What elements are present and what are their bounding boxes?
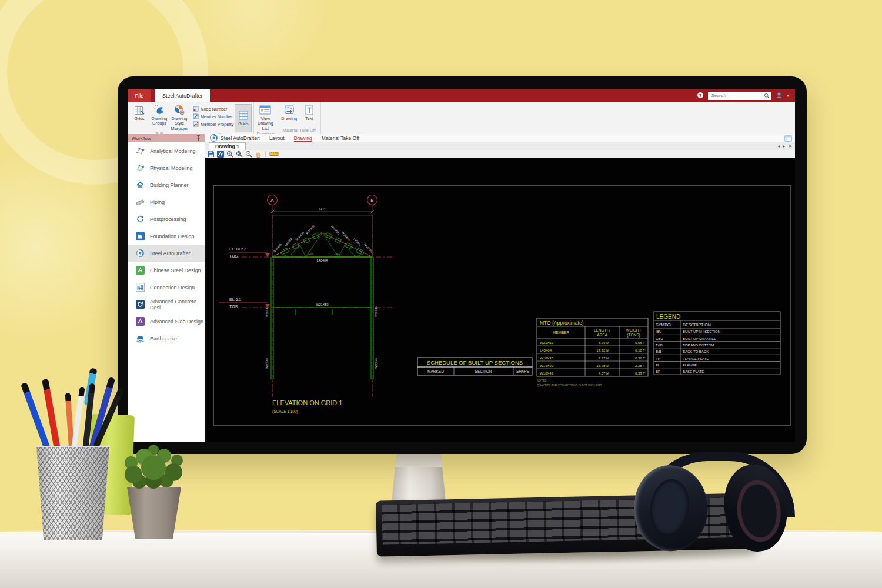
search-magnifier-icon[interactable] <box>764 91 770 101</box>
sidebar-item-piping[interactable]: Piping <box>128 193 205 211</box>
svg-text:W21X50: W21X50 <box>540 341 554 345</box>
sidebar-item-label: Advanced Concrete Desi... <box>150 299 205 310</box>
ribbon-button-member-property[interactable]: Member Property <box>193 121 233 128</box>
svg-text:WEIGHT: WEIGHT <box>626 328 642 332</box>
svg-text:TOS: TOS <box>229 254 238 258</box>
file-menu-tab[interactable]: File <box>128 89 151 102</box>
zoom-out-button[interactable] <box>245 151 252 158</box>
window-layout-icon[interactable] <box>784 135 792 142</box>
ribbon-group-edit: GridsDrawing GroupsDrawing Style Manager… <box>128 102 191 134</box>
postprocessing-icon <box>136 215 145 223</box>
svg-text:BP: BP <box>656 370 660 373</box>
advanced-slab-design-icon <box>136 317 145 326</box>
ribbon-button-grids[interactable]: Grids <box>130 103 149 121</box>
sidebar-item-steel-autodrafter[interactable]: Steel AutoDrafter <box>128 245 205 262</box>
wall-glow-decor-2 <box>176 0 329 82</box>
view-link-drawing[interactable]: Drawing <box>294 135 312 142</box>
ribbon-button-drawing[interactable]: Drawing <box>280 103 299 121</box>
svg-text:W18X35: W18X35 <box>540 356 554 360</box>
view-link-layout[interactable]: Layout <box>269 135 285 142</box>
svg-text:W10X49: W10X49 <box>266 358 269 369</box>
search-input[interactable] <box>710 92 764 99</box>
sidebar-item-earthquake[interactable]: Earthquake <box>128 330 205 347</box>
sidebar-item-analytical-modeling[interactable]: Analytical Modeling <box>128 142 205 159</box>
zoom-in-button[interactable] <box>226 151 233 158</box>
ribbon-button-drawing-style-manager[interactable]: Drawing Style Manager <box>170 103 189 131</box>
sidebar-item-label: Steel AutoDrafter <box>150 250 191 256</box>
svg-text:2264: 2264 <box>334 252 340 255</box>
workflow-panel: Workflow Analytical ModelingPhysical Mod… <box>128 134 205 442</box>
svg-text:4.57 M: 4.57 M <box>599 372 609 375</box>
svg-text:EL:10.67: EL:10.67 <box>229 247 246 251</box>
sidebar-item-postprocessing[interactable]: Postprocessing <box>128 211 205 228</box>
svg-text:B/B: B/B <box>656 350 662 353</box>
svg-text:0.66 T: 0.66 T <box>635 341 645 345</box>
workflow-panel-title: Workflow <box>132 136 151 141</box>
sidebar-item-label: Advanced Slab Design <box>150 319 203 325</box>
ribbon-button-view-drawing-list[interactable]: View Drawing List <box>256 103 275 131</box>
physical-modeling-icon <box>136 163 145 172</box>
pin-icon[interactable] <box>196 135 201 142</box>
sidebar-item-building-planner[interactable]: Building Planner <box>128 176 205 193</box>
tab-prev-button[interactable]: ◂ <box>777 143 780 149</box>
ribbon-tab-steel-autodrafter[interactable]: Steel AutoDrafter <box>155 89 210 102</box>
ribbon: GridsDrawing GroupsDrawing Style Manager… <box>128 102 795 135</box>
svg-text:W10X49: W10X49 <box>266 306 269 317</box>
pan-button[interactable] <box>255 151 262 158</box>
svg-text:W10X49: W10X49 <box>375 306 378 317</box>
document-app-label: Steel AutoDrafter: <box>209 133 260 143</box>
connection-design-icon <box>136 283 145 292</box>
sidebar-item-label: Connection Design <box>150 285 195 290</box>
svg-text:SHAPE: SHAPE <box>516 369 530 373</box>
svg-text:FLANGE PLATE: FLANGE PLATE <box>683 357 709 360</box>
scene: { "window": { "file_tab": "File", "activ… <box>0 0 882 588</box>
ribbon-button-member-number[interactable]: Member Number <box>193 113 233 120</box>
sidebar-item-label: Chinese Steel Design <box>150 268 201 273</box>
advanced-concrete-desi-icon <box>136 300 145 309</box>
svg-text:T&B: T&B <box>656 343 663 347</box>
user-account-icon[interactable] <box>776 91 783 101</box>
zoom-window-button[interactable] <box>236 151 243 158</box>
sidebar-item-advanced-concrete-desi[interactable]: Advanced Concrete Desi... <box>128 296 205 313</box>
drawing-canvas[interactable]: AB6144W18X35L40404W18X35W14X90W14X90W18X… <box>207 158 795 442</box>
sidebar-item-label: Piping <box>150 199 165 205</box>
ribbon-button-text[interactable]: Text <box>300 103 319 121</box>
svg-text:B: B <box>370 198 373 203</box>
ribbon-group-material-take-off: DrawingTextMaterial Take Off <box>278 102 321 134</box>
sidebar-item-label: Earthquake <box>150 336 177 342</box>
sidebar-item-foundation-design[interactable]: Foundation Design <box>128 228 205 245</box>
tab-close-button[interactable]: ✕ <box>788 143 792 149</box>
measure-button[interactable] <box>269 151 279 157</box>
sidebar-item-label: Physical Modeling <box>150 165 193 171</box>
document-view-bar: Steel AutoDrafter: LayoutDrawingMaterial… <box>205 134 795 143</box>
sidebar-item-label: Postprocessing <box>150 216 186 222</box>
view-link-material-take-off[interactable]: Material Take Off <box>322 135 359 142</box>
ribbon-button-drawing-groups[interactable]: Drawing Groups <box>150 103 169 126</box>
svg-text:17.92 M: 17.92 M <box>596 349 609 352</box>
sidebar-item-connection-design[interactable]: Connection Design <box>128 279 205 296</box>
ribbon-toggle-grids[interactable]: Grids <box>235 104 252 132</box>
svg-text:SECTION: SECTION <box>475 369 492 373</box>
tab-next-button[interactable]: ▸ <box>783 143 785 149</box>
svg-text:16.78 M: 16.78 M <box>596 364 609 368</box>
user-dropdown-caret-icon[interactable]: ▾ <box>787 93 789 98</box>
sidebar-item-chinese-steel-design[interactable]: Chinese Steel Design <box>128 262 205 279</box>
title-bar: File Steel AutoDrafter ? ▾ <box>128 89 795 102</box>
svg-text:7.27 M: 7.27 M <box>599 356 609 360</box>
search-box <box>708 92 771 100</box>
sidebar-item-advanced-slab-design[interactable]: Advanced Slab Design <box>128 313 205 330</box>
save-button[interactable] <box>208 151 215 158</box>
sidebar-item-label: Foundation Design <box>150 233 195 239</box>
building-planner-icon <box>136 181 145 189</box>
ribbon-button-node-number[interactable]: Node Number <box>193 105 233 112</box>
sidebar-item-physical-modeling[interactable]: Physical Modeling <box>128 159 205 176</box>
help-icon[interactable]: ? <box>697 91 704 101</box>
svg-text:2.25 T: 2.25 T <box>635 364 645 368</box>
piping-icon <box>136 198 145 206</box>
plot-button[interactable] <box>217 151 224 158</box>
drawing-tab[interactable]: Drawing 1 <box>209 142 246 150</box>
foundation-design-icon <box>136 232 145 240</box>
steel-autodrafter-icon <box>209 133 218 143</box>
svg-text:A: A <box>270 198 274 203</box>
drawing-toolbar <box>205 150 795 158</box>
